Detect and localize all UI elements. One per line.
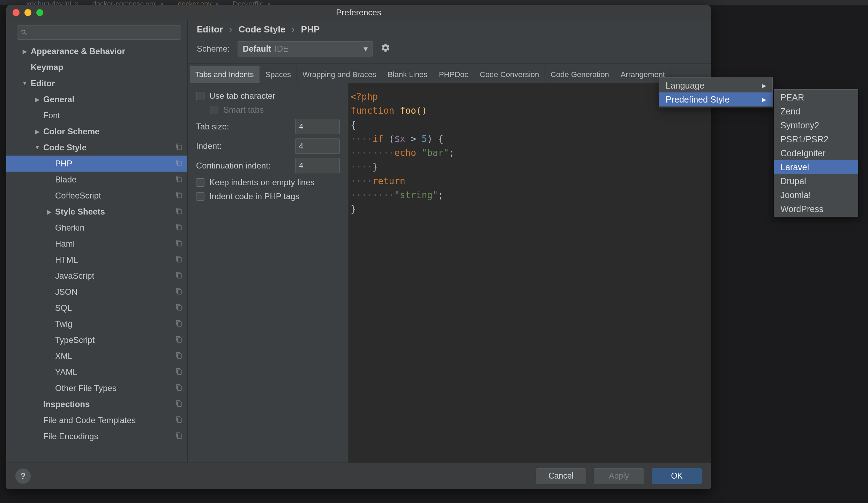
tab-size-input[interactable] xyxy=(295,119,340,134)
sidebar-item-xml[interactable]: XML xyxy=(6,348,187,364)
search-icon xyxy=(21,29,28,36)
tab-code-conversion[interactable]: Code Conversion xyxy=(474,66,545,83)
tab-code-generation[interactable]: Code Generation xyxy=(545,66,615,83)
apply-button[interactable]: Apply xyxy=(594,468,644,484)
tab-tabs-and-indents[interactable]: Tabs and Indents xyxy=(190,66,260,83)
sidebar-item-html[interactable]: HTML xyxy=(6,252,187,268)
chevron-right-icon xyxy=(21,48,29,55)
help-button[interactable]: ? xyxy=(15,468,31,484)
sidebar-item-label: Keymap xyxy=(31,62,63,72)
menu-item-pear[interactable]: PEAR xyxy=(774,90,858,104)
sidebar-item-keymap[interactable]: Keymap xyxy=(6,59,187,75)
settings-pane: Editor › Code Style › PHP Scheme: Defaul… xyxy=(188,20,711,463)
copy-icon xyxy=(175,239,182,249)
checkbox-icon xyxy=(210,106,218,114)
copy-icon xyxy=(175,223,182,233)
menu-item-psr1-psr2[interactable]: PSR1/PSR2 xyxy=(774,132,858,146)
checkbox-icon xyxy=(196,92,204,100)
ok-button[interactable]: OK xyxy=(652,468,702,484)
tab-phpdoc[interactable]: PHPDoc xyxy=(433,66,474,83)
sidebar-item-font[interactable]: Font xyxy=(6,107,187,123)
minimize-window-icon[interactable] xyxy=(24,9,31,16)
sidebar-item-label: TypeScript xyxy=(55,335,95,345)
sidebar-item-label: Blade xyxy=(55,175,76,185)
sidebar-item-file-encodings[interactable]: File Encodings xyxy=(6,428,187,444)
chevron-right-icon: ▶ xyxy=(762,96,766,103)
sidebar-item-general[interactable]: General xyxy=(6,91,187,107)
menu-item-language[interactable]: Language▶ xyxy=(659,78,772,92)
copy-icon xyxy=(175,319,182,329)
checkbox-icon xyxy=(196,192,204,201)
menu-item-zend[interactable]: Zend xyxy=(774,104,858,118)
set-from-menu[interactable]: Language▶Predefined Style▶ xyxy=(659,77,773,107)
sidebar-item-json[interactable]: JSON xyxy=(6,284,187,300)
sidebar-item-label: Gherkin xyxy=(55,223,84,233)
sidebar-item-appearance-behavior[interactable]: Appearance & Behavior xyxy=(6,43,187,59)
scheme-select[interactable]: Default IDE xyxy=(238,41,373,57)
copy-icon xyxy=(175,431,182,441)
keep-indents-checkbox[interactable]: Keep indents on empty lines xyxy=(196,178,340,187)
predefined-style-menu[interactable]: PEARZendSymfony2PSR1/PSR2CodeIgniterLara… xyxy=(774,89,858,217)
copy-icon xyxy=(175,399,182,409)
settings-tree[interactable]: Appearance & BehaviorKeymapEditorGeneral… xyxy=(6,43,187,463)
sidebar-item-gherkin[interactable]: Gherkin xyxy=(6,220,187,236)
chevron-right-icon xyxy=(33,128,41,135)
search-input[interactable] xyxy=(17,25,181,40)
menu-item-symfony2[interactable]: Symfony2 xyxy=(774,118,858,132)
sidebar-item-blade[interactable]: Blade xyxy=(6,172,187,188)
smart-tabs-checkbox: Smart tabs xyxy=(196,105,340,115)
cancel-button[interactable]: Cancel xyxy=(536,468,586,484)
copy-icon xyxy=(175,271,182,281)
menu-item-drupal[interactable]: Drupal xyxy=(774,174,858,188)
continuation-indent-input[interactable] xyxy=(295,158,340,173)
checkbox-icon xyxy=(196,178,204,187)
sidebar-item-inspections[interactable]: Inspections xyxy=(6,396,187,412)
crumb[interactable]: Code Style xyxy=(239,24,285,35)
tab-wrapping-and-braces[interactable]: Wrapping and Braces xyxy=(297,66,382,83)
tab-size-label: Tab size: xyxy=(196,122,229,132)
copy-icon xyxy=(175,175,182,185)
sidebar-item-sql[interactable]: SQL xyxy=(6,300,187,316)
copy-icon xyxy=(175,255,182,265)
sidebar-item-label: CoffeeScript xyxy=(55,191,101,201)
copy-icon xyxy=(175,287,182,297)
sidebar-item-label: File and Code Templates xyxy=(43,415,136,425)
sidebar-item-coffeescript[interactable]: CoffeeScript xyxy=(6,188,187,204)
zoom-window-icon[interactable] xyxy=(36,9,43,16)
indent-input[interactable] xyxy=(295,138,340,154)
menu-item-codeigniter[interactable]: CodeIgniter xyxy=(774,146,858,160)
sidebar-item-style-sheets[interactable]: Style Sheets xyxy=(6,204,187,220)
tab-blank-lines[interactable]: Blank Lines xyxy=(382,66,433,83)
sidebar-item-twig[interactable]: Twig xyxy=(6,316,187,332)
sidebar-item-php[interactable]: PHP xyxy=(6,156,187,172)
sidebar-item-label: SQL xyxy=(55,303,72,313)
close-window-icon[interactable] xyxy=(13,9,20,16)
menu-item-predefined-style[interactable]: Predefined Style▶ xyxy=(659,92,772,106)
sidebar-item-label: File Encodings xyxy=(43,431,98,441)
sidebar-item-haml[interactable]: Haml xyxy=(6,236,187,252)
titlebar: Preferences xyxy=(6,5,711,20)
gear-icon[interactable] xyxy=(381,43,390,55)
menu-item-joomla-[interactable]: Joomla! xyxy=(774,188,858,202)
use-tab-character-checkbox[interactable]: Use tab character xyxy=(196,91,340,101)
chevron-down-icon xyxy=(33,144,41,151)
menu-item-wordpress[interactable]: WordPress xyxy=(774,202,858,216)
sidebar-item-other-file-types[interactable]: Other File Types xyxy=(6,380,187,396)
sidebar-item-label: Editor xyxy=(31,78,55,88)
menu-item-laravel[interactable]: Laravel xyxy=(774,160,858,174)
preferences-window: Preferences Appearance & BehaviorKeymapE… xyxy=(6,5,711,489)
copy-icon xyxy=(175,191,182,201)
indent-php-tags-checkbox[interactable]: Indent code in PHP tags xyxy=(196,192,340,201)
dialog-footer: ? Cancel Apply OK xyxy=(6,463,711,489)
sidebar-item-yaml[interactable]: YAML xyxy=(6,364,187,380)
sidebar-item-editor[interactable]: Editor xyxy=(6,75,187,91)
crumb[interactable]: Editor xyxy=(197,24,223,35)
sidebar-item-color-scheme[interactable]: Color Scheme xyxy=(6,123,187,140)
sidebar-item-label: Appearance & Behavior xyxy=(31,46,125,56)
sidebar-item-javascript[interactable]: JavaScript xyxy=(6,268,187,284)
sidebar-item-typescript[interactable]: TypeScript xyxy=(6,332,187,348)
sidebar-item-file-and-code-templates[interactable]: File and Code Templates xyxy=(6,412,187,428)
code-preview: <?php function foo() { ····if ($x > 5) {… xyxy=(348,83,711,463)
sidebar-item-code-style[interactable]: Code Style xyxy=(6,140,187,156)
tab-spaces[interactable]: Spaces xyxy=(260,66,297,83)
